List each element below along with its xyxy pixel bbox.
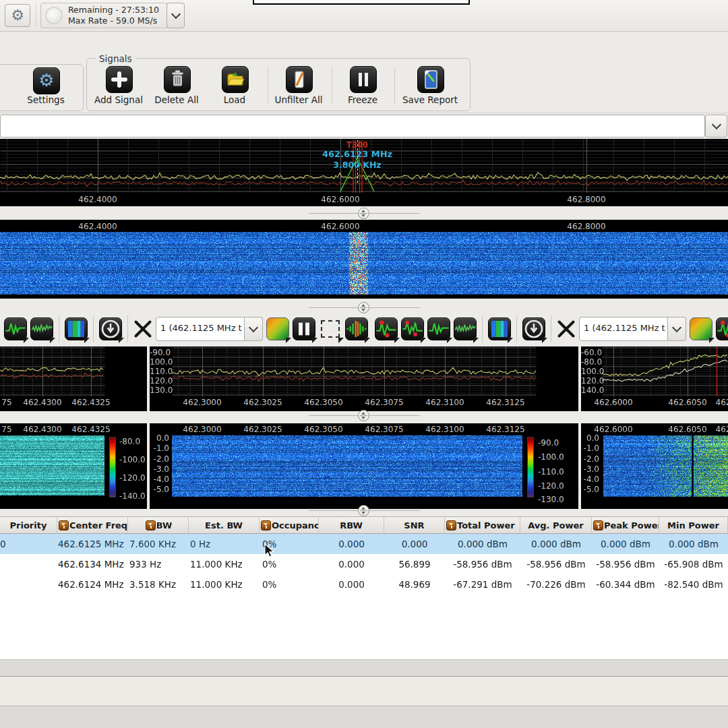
- column-header-min-power[interactable]: Min Power: [659, 516, 728, 534]
- column-header-avg-power[interactable]: Avg. Power: [520, 516, 592, 534]
- add-signal-label[interactable]: Add Signal: [85, 94, 152, 105]
- splitter-handle[interactable]: [358, 410, 369, 421]
- waterfall-view-icon-button[interactable]: [488, 317, 511, 340]
- channel-waterfall-right[interactable]: 462.6000462.60504620.0-1.0-2.0-3.0-4.0-5…: [581, 423, 728, 509]
- channel-spectrum-right[interactable]: 462.6000462.6050462-60.0-80.0100.0120.01…: [581, 346, 728, 411]
- max-rate: Max Rate - 59.0 MS/s: [68, 16, 159, 26]
- add-signal-button[interactable]: [106, 66, 133, 93]
- table-row[interactable]: 462.6134 MHz933 Hz11.000 KHz0%0.00056.89…: [0, 554, 728, 574]
- load-button[interactable]: [222, 66, 249, 93]
- dropdown-arrow-icon: [24, 338, 29, 343]
- axis-tick: 462.4325: [71, 398, 110, 407]
- channel-spectrum-middle[interactable]: 462.3000462.3025462.3050462.3075462.3100…: [150, 346, 578, 411]
- waterfall-plot[interactable]: [172, 435, 522, 497]
- channel-combo[interactable]: 1 (462.1125 MHz t: [156, 317, 245, 341]
- cmap-icon: [266, 317, 289, 340]
- settings-button-label[interactable]: Settings: [12, 94, 80, 105]
- freeze-label[interactable]: Freeze: [329, 94, 396, 105]
- spectrum-plot[interactable]: [172, 346, 539, 396]
- column-header-total-power[interactable]: Total Power: [445, 516, 520, 534]
- column-header-label: Center Freq: [69, 520, 127, 530]
- filter-icon[interactable]: [261, 520, 271, 530]
- channel-waterfall-left[interactable]: 75462.4300462.4325-80.0-100.0-120.0-140.…: [0, 423, 147, 509]
- export-icon-button[interactable]: [522, 317, 545, 340]
- combo-dropdown-button[interactable]: [245, 317, 263, 341]
- column-header-peak-power[interactable]: Peak Power: [592, 516, 659, 534]
- column-header-est-bw[interactable]: Est. BW: [189, 516, 260, 534]
- cell: 0.000: [319, 574, 384, 595]
- delete-all-label[interactable]: Delete All: [143, 94, 210, 105]
- axis-tick: 462.3025: [243, 425, 282, 434]
- waterfall-plot[interactable]: [0, 435, 104, 495]
- spectrum-plot[interactable]: [602, 346, 728, 396]
- save-report-label[interactable]: Save Report: [396, 94, 464, 105]
- axis-tick: 462: [716, 425, 728, 434]
- splitter-handle[interactable]: [358, 208, 369, 219]
- acquisition-status-button[interactable]: Remaining - 27:53:10 Max Rate - 59.0 MS/…: [40, 3, 167, 28]
- spectrum-view-icon-button[interactable]: [427, 317, 450, 340]
- settings-button-icon[interactable]: ⚙: [33, 67, 60, 94]
- dropdown-arrow-icon: [447, 338, 452, 343]
- record-icon: [45, 7, 63, 24]
- column-header-label: SNR: [404, 520, 424, 530]
- acquisition-dropdown-button[interactable]: [166, 3, 185, 28]
- colormap-icon-button[interactable]: [266, 317, 289, 340]
- waterfall-plot[interactable]: [0, 232, 728, 295]
- selection-icon-button[interactable]: [319, 317, 342, 340]
- freeze-button[interactable]: [350, 66, 377, 93]
- load-label[interactable]: Load: [201, 94, 268, 105]
- axis-tick: 462.6050: [668, 398, 706, 407]
- signal-detect-icon-button[interactable]: [716, 317, 728, 340]
- table-row[interactable]: 462.6124 MHz3.518 KHz11.000 KHz0%0.00048…: [0, 574, 728, 595]
- close-icon[interactable]: [557, 320, 576, 338]
- column-header-rbw[interactable]: RBW: [319, 516, 384, 534]
- column-header-priority[interactable]: Priority: [0, 516, 57, 534]
- column-header-bw[interactable]: BW: [128, 516, 189, 534]
- settings-gear-button[interactable]: ⚙: [5, 4, 30, 27]
- cell: 462.6124 MHz: [57, 574, 128, 595]
- filter-icon[interactable]: [146, 520, 156, 530]
- column-header-snr[interactable]: SNR: [384, 516, 445, 534]
- unfilter-all-label[interactable]: Unfilter All: [265, 94, 332, 105]
- column-header-occupancy[interactable]: Occupancy: [260, 516, 319, 534]
- persistence-view-icon-button[interactable]: [454, 317, 477, 340]
- save-report-button[interactable]: [417, 66, 444, 93]
- signal-filter-combo[interactable]: [0, 115, 705, 138]
- column-header-label: Priority: [10, 520, 47, 530]
- splitter-handle[interactable]: [358, 505, 369, 516]
- axis-tick: 100.0: [150, 357, 169, 367]
- filter-icon[interactable]: [446, 520, 456, 530]
- waterfall-view-icon-button[interactable]: [65, 317, 88, 340]
- close-icon[interactable]: [133, 320, 152, 338]
- export-icon-button[interactable]: [99, 317, 122, 340]
- filter-icon[interactable]: [59, 520, 69, 530]
- pause-icon-button[interactable]: [293, 317, 315, 340]
- main-waterfall-display[interactable]: 462.4000462.6000462.8000: [0, 220, 728, 299]
- unfilter-all-button[interactable]: [286, 66, 313, 93]
- dropdown-arrow-icon: [286, 338, 291, 343]
- filter-icon[interactable]: [593, 520, 603, 530]
- column-header-center-freq[interactable]: Center Freq: [57, 516, 128, 534]
- persistence-view-icon-button[interactable]: [30, 317, 53, 340]
- axis-tick: -3.0: [581, 464, 599, 474]
- signal-detect2-icon-button[interactable]: [401, 317, 424, 340]
- cell: -67.291 dBm: [445, 574, 520, 595]
- channel-spectrum-left[interactable]: 75462.4300462.4325: [0, 346, 147, 411]
- combo-dropdown-button[interactable]: [705, 115, 727, 138]
- dropdown-arrow-icon: [119, 338, 124, 343]
- dropdown-arrow-icon: [312, 338, 317, 343]
- main-spectrum-display[interactable]: T300 462.6123 MHz 3.800 KHz 462.4000462.…: [0, 139, 728, 206]
- channel-waterfall-middle[interactable]: 462.3000462.3025462.3050462.3075462.3100…: [150, 423, 578, 509]
- audio-waveform-icon-button[interactable]: [345, 317, 368, 340]
- spectrum-plot[interactable]: [0, 346, 147, 396]
- spectrum-view-icon-button[interactable]: [4, 317, 27, 340]
- waterfall-plot[interactable]: [603, 435, 728, 497]
- table-row[interactable]: 0462.6125 MHz7.600 KHz0 Hz0%0.0000.0000.…: [0, 534, 728, 554]
- axis-tick: 462.6000: [321, 222, 359, 231]
- signal-detect-icon-button[interactable]: [375, 317, 398, 340]
- channel-combo[interactable]: 1 (462.1125 MHz t: [579, 317, 668, 341]
- dropdown-arrow-icon: [365, 338, 370, 343]
- combo-dropdown-button[interactable]: [668, 317, 686, 341]
- colormap-icon-button[interactable]: [690, 317, 712, 340]
- delete-all-button[interactable]: [164, 66, 191, 93]
